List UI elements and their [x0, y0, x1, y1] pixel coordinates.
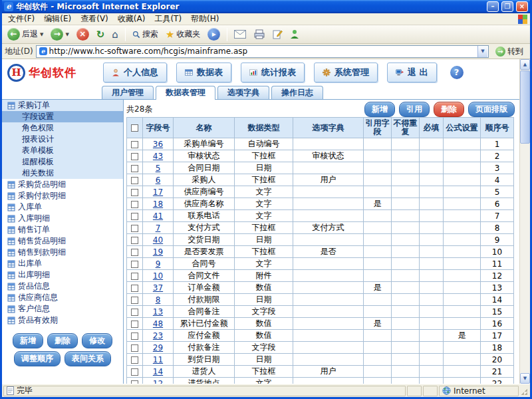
sidebar-item[interactable]: 客户信息 — [2, 303, 123, 315]
nav-reports[interactable]: 统计报表 — [241, 63, 305, 82]
sidebar-item[interactable]: 采购付款明细 — [2, 190, 123, 201]
field-no-link[interactable]: 13 — [153, 307, 163, 317]
row-checkbox[interactable] — [131, 189, 138, 196]
sidebar-item[interactable]: 供应商信息 — [2, 292, 123, 303]
row-checkbox[interactable] — [131, 237, 138, 244]
favorites-button[interactable]: ★ 收藏夹 — [163, 27, 203, 42]
menu-item[interactable]: 帮助(H) — [186, 13, 223, 25]
row-checkbox[interactable] — [131, 273, 138, 280]
sidebar-group-purchase-order[interactable]: 采购订单 — [2, 100, 123, 111]
sidebar-item[interactable]: 报表设计 — [2, 134, 123, 145]
row-checkbox[interactable] — [131, 153, 138, 160]
menu-item[interactable]: 收藏(A) — [113, 13, 150, 25]
row-checkbox[interactable] — [131, 201, 138, 208]
row-checkbox[interactable] — [131, 165, 138, 172]
address-input[interactable] — [49, 47, 477, 57]
sidebar-item[interactable]: 销售到款明细 — [2, 247, 123, 258]
messenger-button[interactable] — [287, 28, 302, 41]
search-button[interactable]: 搜索 — [130, 27, 161, 41]
back-button[interactable]: ← 后退 ▼ — [5, 27, 46, 42]
row-checkbox[interactable] — [131, 309, 138, 316]
nav-exit[interactable]: 退 出 — [387, 63, 437, 82]
sidebar-item[interactable]: 入库单 — [2, 201, 123, 213]
home-button[interactable]: ⌂ — [109, 27, 121, 42]
row-checkbox[interactable] — [131, 344, 138, 352]
tab-table-management[interactable]: 数据表管理 — [156, 86, 215, 100]
sidebar-item[interactable]: 货品信息 — [2, 281, 123, 292]
sidebar-item[interactable]: 字段设置 — [2, 111, 123, 122]
forward-button[interactable]: → ▼ — [48, 27, 71, 42]
row-checkbox[interactable] — [131, 332, 138, 340]
refresh-button[interactable]: ↻ — [94, 27, 108, 42]
resize-grip[interactable] — [520, 386, 529, 396]
field-no-link[interactable]: 5 — [156, 164, 161, 173]
row-checkbox[interactable] — [131, 356, 138, 364]
row-checkbox[interactable] — [131, 213, 138, 220]
row-checkbox[interactable] — [131, 177, 138, 184]
minimize-button[interactable]: – — [487, 1, 499, 12]
scroll-down-button[interactable]: ▼ — [520, 373, 530, 384]
row-checkbox[interactable] — [131, 321, 138, 328]
row-checkbox[interactable] — [131, 261, 138, 268]
sidebar-item[interactable]: 销售订单 — [2, 224, 123, 235]
field-no-link[interactable]: 43 — [153, 152, 163, 161]
field-no-link[interactable]: 48 — [153, 319, 163, 329]
sidebar-item[interactable]: 入库明细 — [2, 213, 123, 224]
field-no-link[interactable]: 37 — [153, 283, 163, 293]
field-no-link[interactable]: 9 — [156, 259, 161, 269]
sidebar-add-button[interactable]: 新增 — [13, 333, 43, 348]
help-button[interactable]: ? — [450, 66, 464, 79]
row-checkbox[interactable] — [131, 285, 138, 292]
field-no-link[interactable]: 14 — [153, 367, 163, 376]
scroll-up-button[interactable]: ▲ — [520, 59, 530, 70]
row-checkbox[interactable] — [131, 297, 138, 304]
delete-field-button[interactable]: 删除 — [434, 102, 464, 117]
row-checkbox[interactable] — [131, 141, 138, 148]
field-no-link[interactable]: 19 — [153, 247, 163, 257]
field-no-link[interactable]: 23 — [153, 331, 163, 340]
add-field-button[interactable]: 新增 — [364, 102, 395, 117]
field-no-link[interactable]: 18 — [153, 200, 163, 209]
row-checkbox[interactable] — [131, 249, 138, 256]
menu-item[interactable]: 编辑(E) — [39, 13, 76, 25]
field-no-link[interactable]: 36 — [153, 140, 163, 149]
sidebar-item[interactable]: 相关数据 — [2, 168, 123, 179]
field-no-link[interactable]: 6 — [156, 176, 161, 185]
sidebar-item[interactable]: 出库单 — [2, 258, 123, 269]
reference-button[interactable]: 引用 — [399, 102, 430, 117]
tab-operation-log[interactable]: 操作日志 — [271, 86, 323, 99]
print-button[interactable] — [251, 28, 268, 41]
nav-personal-info[interactable]: 个人信息 — [103, 63, 167, 82]
stop-button[interactable]: × — [74, 27, 92, 42]
sidebar-item[interactable]: 表单模板 — [2, 145, 123, 156]
sidebar-edit-button[interactable]: 修改 — [82, 333, 112, 348]
sidebar-item[interactable]: 货品有效期 — [2, 315, 123, 326]
media-button[interactable]: ▸ — [205, 27, 223, 42]
field-no-link[interactable]: 11 — [153, 355, 163, 364]
tab-option-dictionary[interactable]: 选项字典 — [217, 86, 269, 99]
maximize-button[interactable]: ❐ — [501, 1, 513, 12]
field-no-link[interactable]: 7 — [156, 223, 161, 233]
nav-system-admin[interactable]: 系统管理 — [314, 63, 378, 82]
field-no-link[interactable]: 10 — [153, 271, 163, 281]
sidebar-item[interactable]: 出库明细 — [2, 269, 123, 281]
sidebar-relations-button[interactable]: 表间关系 — [65, 351, 111, 366]
nav-data-tables[interactable]: 数据表 — [176, 63, 231, 82]
menu-item[interactable]: 文件(F) — [3, 13, 39, 25]
field-no-link[interactable]: 8 — [156, 295, 161, 305]
field-no-link[interactable]: 41 — [153, 211, 163, 221]
menu-item[interactable]: 查看(V) — [76, 13, 113, 25]
go-button[interactable]: → 转到 — [491, 45, 527, 58]
field-no-link[interactable]: 29 — [153, 343, 163, 352]
sidebar-item[interactable]: 角色权限 — [2, 122, 123, 134]
select-all-checkbox[interactable] — [131, 124, 138, 132]
mail-button[interactable] — [231, 29, 249, 40]
sidebar-item[interactable]: 销售货品明细 — [2, 235, 123, 247]
address-dropdown-button[interactable]: ▼ — [477, 46, 487, 57]
row-checkbox[interactable] — [131, 368, 138, 376]
field-no-link[interactable]: 12 — [153, 379, 163, 384]
page-layout-button[interactable]: 页面排版 — [468, 102, 515, 117]
row-checkbox[interactable] — [131, 225, 138, 232]
sidebar-item[interactable]: 采购货品明细 — [2, 179, 123, 190]
sidebar-reorder-button[interactable]: 调整顺序 — [14, 351, 61, 366]
